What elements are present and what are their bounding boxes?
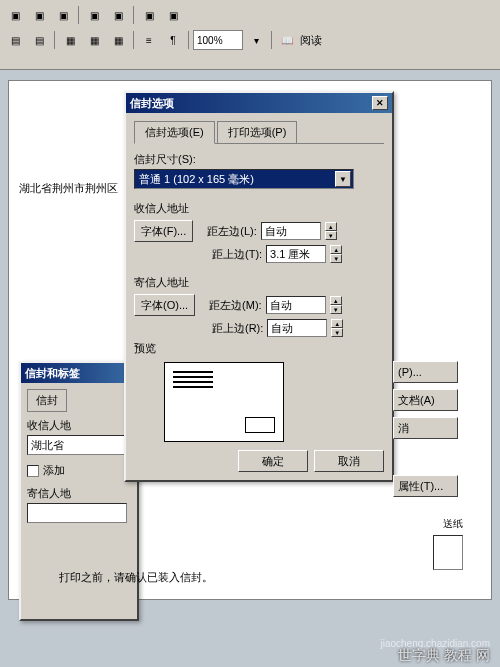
add-label: 添加 xyxy=(43,463,65,478)
read-label: 阅读 xyxy=(300,33,322,48)
document-text: 湖北省荆州市荆州区 xyxy=(19,181,118,196)
toolbar-button[interactable]: ▣ xyxy=(52,4,74,26)
size-label: 信封尺寸(S): xyxy=(134,152,384,167)
close-icon[interactable]: ✕ xyxy=(372,96,388,110)
cancel-button[interactable]: 取消 xyxy=(314,450,384,472)
toolbar-button[interactable]: ▦ xyxy=(59,29,81,51)
sender-input[interactable] xyxy=(27,503,127,523)
table-icon[interactable]: ▦ xyxy=(83,29,105,51)
envelope-size-dropdown[interactable]: 普通 1 (102 x 165 毫米) ▼ xyxy=(134,169,354,189)
toolbar-area: ▣ ▣ ▣ ▣ ▣ ▣ ▣ ▤ ▤ ▦ ▦ ▦ ≡ ¶ 100% ▾ 📖 阅读 xyxy=(0,0,500,70)
properties-button[interactable]: 属性(T)... xyxy=(393,475,458,497)
recipient-input[interactable]: 湖北省 xyxy=(27,435,127,455)
add-checkbox[interactable] xyxy=(27,465,39,477)
spin-down-icon[interactable]: ▼ xyxy=(325,231,337,240)
toolbar-button[interactable]: ▣ xyxy=(162,4,184,26)
toolbar-button[interactable]: ≡ xyxy=(138,29,160,51)
toolbar-button[interactable]: ▤ xyxy=(28,29,50,51)
toolbar-button[interactable]: ▣ xyxy=(138,4,160,26)
feed-icon[interactable] xyxy=(433,535,463,570)
font-button-2[interactable]: 字体(O)... xyxy=(134,294,195,316)
spin-up-icon[interactable]: ▲ xyxy=(325,222,337,231)
margin-top2-label: 距上边(R): xyxy=(212,321,263,336)
toolbar-button[interactable]: ▤ xyxy=(4,29,26,51)
spin-up-icon[interactable]: ▲ xyxy=(331,319,343,328)
spin-up-icon[interactable]: ▲ xyxy=(330,296,342,305)
preview-label: 预览 xyxy=(134,341,384,356)
toolbar-button[interactable]: ¶ xyxy=(162,29,184,51)
feed-label: 送纸 xyxy=(393,517,463,531)
size-value: 普通 1 (102 x 165 毫米) xyxy=(139,172,254,187)
margin-left2-input[interactable]: 自动 xyxy=(266,296,326,314)
zoom-dropdown[interactable]: 100% xyxy=(193,30,243,50)
toolbar-button[interactable]: ▣ xyxy=(28,4,50,26)
sender-section-label: 寄信人地址 xyxy=(134,275,384,290)
spin-down-icon[interactable]: ▼ xyxy=(331,328,343,337)
margin-left2-label: 距左边(M): xyxy=(209,298,262,313)
toolbar-button[interactable]: ▣ xyxy=(4,4,26,26)
toolbar-button[interactable]: ▦ xyxy=(107,29,129,51)
margin-left-input[interactable]: 自动 xyxy=(261,222,321,240)
right-button-panel: (P)... 文档(A) 消 属性(T)... 送纸 xyxy=(393,361,463,570)
dialog-title: 信封选项 xyxy=(130,96,174,111)
status-text: 打印之前，请确认已装入信封。 xyxy=(59,570,213,585)
toolbar-button[interactable]: ▣ xyxy=(83,4,105,26)
side-button[interactable]: (P)... xyxy=(393,361,458,383)
dialog-title: 信封和标签 xyxy=(25,366,80,381)
dropdown-arrow-icon[interactable]: ▾ xyxy=(245,29,267,51)
envelope-options-dialog: 信封选项 ✕ 信封选项(E) 打印选项(P) 信封尺寸(S): 普通 1 (10… xyxy=(124,91,394,482)
toolbar-button[interactable]: ▣ xyxy=(107,4,129,26)
chevron-down-icon[interactable]: ▼ xyxy=(335,171,351,187)
add-to-doc-button[interactable]: 文档(A) xyxy=(393,389,458,411)
spin-down-icon[interactable]: ▼ xyxy=(330,305,342,314)
tab-envelope[interactable]: 信封 xyxy=(27,389,67,412)
recipient-label: 收信人地 xyxy=(27,418,131,433)
watermark-text: 世字典 教程 网 xyxy=(398,647,490,665)
dialog-titlebar[interactable]: 信封和标签 xyxy=(21,363,137,383)
margin-top-input[interactable]: 3.1 厘米 xyxy=(266,245,326,263)
margin-left-label: 距左边(L): xyxy=(207,224,257,239)
margin-top-label: 距上边(T): xyxy=(212,247,262,262)
tab-envelope-options[interactable]: 信封选项(E) xyxy=(134,121,215,144)
dialog-titlebar[interactable]: 信封选项 ✕ xyxy=(126,93,392,113)
book-icon[interactable]: 📖 xyxy=(276,29,298,51)
tab-print-options[interactable]: 打印选项(P) xyxy=(217,121,298,143)
document-area: 湖北省荆州市荆州区 信封和标签 信封 收信人地 湖北省 添加 寄信人地 信封选项… xyxy=(8,80,492,600)
margin-top2-input[interactable]: 自动 xyxy=(267,319,327,337)
ok-button[interactable]: 确定 xyxy=(238,450,308,472)
recipient-section-label: 收信人地址 xyxy=(134,201,384,216)
envelope-preview xyxy=(164,362,284,442)
side-cancel-button[interactable]: 消 xyxy=(393,417,458,439)
spin-down-icon[interactable]: ▼ xyxy=(330,254,342,263)
sender-label: 寄信人地 xyxy=(27,486,131,501)
spin-up-icon[interactable]: ▲ xyxy=(330,245,342,254)
font-button[interactable]: 字体(F)... xyxy=(134,220,193,242)
